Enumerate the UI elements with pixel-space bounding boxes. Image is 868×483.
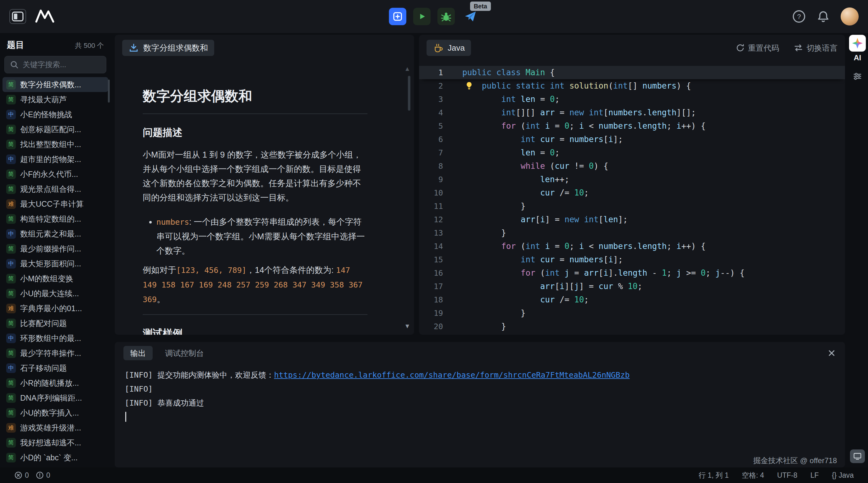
list-item[interactable]: 简观光景点组合得... [2,182,108,196]
scroll-up-icon[interactable]: ▲ [404,65,410,72]
reset-label: 重置代码 [748,43,779,53]
avatar[interactable] [841,7,859,26]
list-item[interactable]: 简DNA序列编辑距... [2,390,108,405]
list-item[interactable]: 中小E的怪物挑战 [2,107,108,122]
list-item[interactable]: 简我好想逃却逃不... [2,435,108,450]
run-button[interactable] [413,8,431,25]
search-box[interactable] [4,56,106,73]
code-line[interactable]: 16 for (int j = arr[i].length - 1; j >= … [419,266,845,280]
list-item[interactable]: 简创意标题匹配问... [2,122,108,137]
switch-language-button[interactable]: 切换语言 [794,43,838,53]
code-line[interactable]: 3 int len = 0; [419,93,845,106]
line-number: 13 [419,226,443,239]
list-item[interactable]: 简寻找最大葫芦 [2,92,108,107]
close-console-button[interactable] [827,348,836,358]
list-item[interactable]: 简最少字符串操作... [2,346,108,360]
code-line[interactable]: 1public class Main { [419,66,845,79]
code-line[interactable]: 13 } [419,226,845,239]
list-item[interactable]: 简小U的数字插入... [2,405,108,420]
description-scrollbar[interactable] [408,76,410,111]
list-item[interactable]: 简数字分组求偶数... [2,77,108,92]
tab-output[interactable]: 输出 [123,346,153,360]
code-editor[interactable]: 1public class Main {2 public static int … [419,61,845,333]
reset-icon [736,43,745,53]
help-button[interactable]: ? [792,10,806,23]
list-item[interactable]: 简小F的永久代币... [2,167,108,182]
code-line[interactable]: 19 } [419,307,845,320]
code-line[interactable]: 10 cur /= 10; [419,186,845,199]
ai-assistant-button[interactable] [849,35,866,52]
list-item[interactable]: 简最少前缀操作问... [2,241,108,256]
code-line[interactable]: 14 for (int i = 0; i < numbers.length; i… [419,239,845,253]
code-text: } [462,226,506,239]
status-bar: 0 0 行 1, 列 1 空格: 4 UTF-8 LF {} Java [0,468,868,483]
code-line[interactable]: 9 len++; [419,173,845,186]
inline-code: numbers [156,218,189,227]
eol-setting[interactable]: LF [810,471,819,480]
list-item[interactable]: 简找出整型数组中... [2,137,108,152]
indent-setting[interactable]: 空格: 4 [742,471,764,480]
bell-icon [816,10,830,23]
sidebar-toggle-button[interactable] [9,9,26,24]
list-item[interactable]: 简小M的数组变换 [2,271,108,286]
reset-code-button[interactable]: 重置代码 [736,43,779,53]
list-item[interactable]: 中石子移动问题 [2,360,108,376]
cursor-position[interactable]: 行 1, 列 1 [699,471,729,480]
code-line[interactable]: 15 int cur = numbers[i]; [419,253,845,266]
code-line[interactable]: 20 } [419,320,845,333]
code-line[interactable]: 7 len = 0; [419,146,845,159]
scroll-down-icon[interactable]: ▼ [404,323,410,330]
search-input[interactable] [23,60,101,69]
difficulty-badge: 难 [6,304,16,313]
language-mode[interactable]: {} Java [832,471,854,480]
lightbulb-icon[interactable] [464,81,474,90]
code-line[interactable]: 17 arr[i][j] = cur % 10; [419,280,845,293]
difficulty-badge: 简 [6,348,16,358]
line-number: 7 [419,146,443,159]
divider [143,114,368,114]
code-text: int cur = numbers[i]; [462,253,623,266]
code-line[interactable]: 8 while (cur != 0) { [419,159,845,173]
difficulty-badge: 简 [6,453,16,462]
console-lines: [INFO] 提交功能内测体验中，欢迎反馈：https://bytedance.… [125,368,845,410]
list-item[interactable]: 中环形数组中的最... [2,331,108,346]
language-tab[interactable]: Java [427,40,471,56]
list-item[interactable]: 中超市里的货物架... [2,152,108,167]
code-line[interactable]: 18 cur /= 10; [419,293,845,307]
notifications-button[interactable] [816,10,830,23]
list-item[interactable]: 中数组元素之和最... [2,226,108,241]
list-item[interactable]: 简构造特定数组的... [2,211,108,226]
line-number: 10 [419,186,443,199]
difficulty-badge: 难 [6,199,16,209]
close-icon [827,348,836,358]
feedback-link[interactable]: https://bytedance.larkoffice.com/share/b… [274,371,629,380]
encoding[interactable]: UTF-8 [777,471,798,480]
code-line[interactable]: 5 for (int i = 0; i < numbers.length; i+… [419,119,845,133]
list-item[interactable]: 难游戏英雄升级潜... [2,420,108,435]
code-line[interactable]: 11 } [419,199,845,213]
list-item[interactable]: 中最大矩形面积问... [2,256,108,271]
panel-toggle-button[interactable] [850,449,865,463]
list-item[interactable]: 简小R的随机播放... [2,376,108,390]
difficulty-badge: 中 [6,333,16,343]
submit-button[interactable] [389,8,406,25]
code-text: } [462,307,526,320]
code-line[interactable]: 12 arr[i] = new int[len]; [419,213,845,226]
share-button[interactable]: Beta [462,8,479,25]
debug-button[interactable] [437,8,455,25]
list-item[interactable]: 简小U的最大连续... [2,286,108,301]
code-line[interactable]: 2 public static int solution(int[] numbe… [419,79,845,93]
example-code: [123, 456, 789] [176,266,247,275]
settings-button[interactable] [852,71,863,83]
list-item[interactable]: 难最大UCC子串计算 [2,196,108,211]
code-line[interactable]: 4 int[][] arr = new int[numbers.length][… [419,106,845,119]
problem-label: 数字分组求偶数... [20,79,81,90]
ai-sparkle-icon [852,38,863,49]
list-item[interactable]: 简比赛配对问题 [2,316,108,331]
sidebar-scrollbar[interactable] [108,79,110,103]
list-item[interactable]: 难字典序最小的01... [2,301,108,316]
problem-tab[interactable]: 数字分组求偶数和 [122,40,214,56]
tab-debug-console[interactable]: 调试控制台 [165,348,204,358]
code-line[interactable]: 6 int cur = numbers[i]; [419,133,845,146]
list-item[interactable]: 简小D的 `abc` 变... [2,450,108,465]
